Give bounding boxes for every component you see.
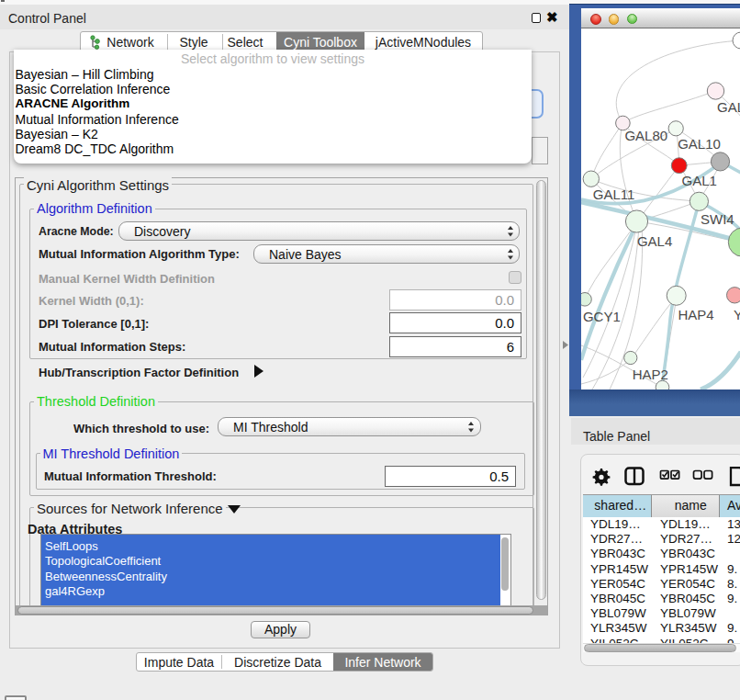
svg-text:HAP4: HAP4: [678, 307, 714, 322]
svg-text:GAL1: GAL1: [682, 173, 717, 188]
svg-text:GAL10: GAL10: [678, 136, 721, 152]
svg-text:YJ: YJ: [734, 307, 740, 322]
svg-text:HAP2: HAP2: [633, 367, 668, 382]
svg-text:GAL11: GAL11: [593, 186, 635, 202]
svg-text:GAL4: GAL4: [637, 233, 672, 249]
svg-text:GAL80: GAL80: [624, 128, 667, 143]
svg-text:GCY1: GCY1: [583, 309, 621, 324]
svg-text:SWI4: SWI4: [701, 211, 734, 227]
svg-text:GAL7: GAL7: [717, 99, 740, 115]
